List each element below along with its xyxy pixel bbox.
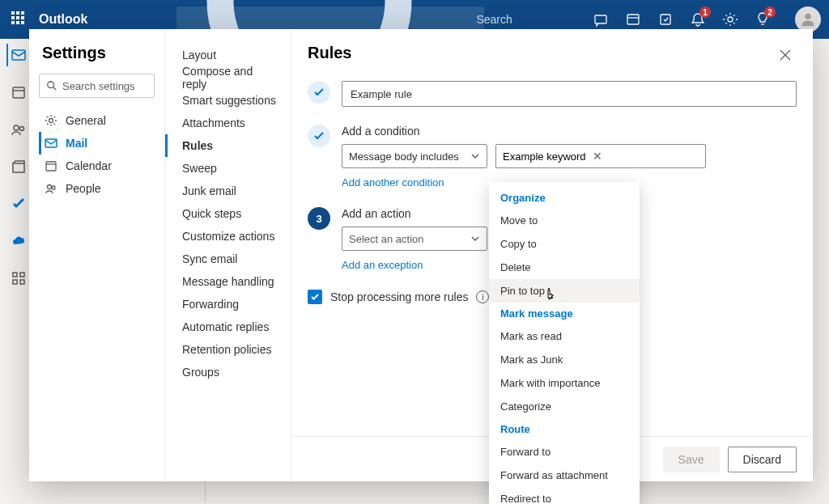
mail-icon [45,137,57,150]
subnav-rules[interactable]: Rules [165,134,291,157]
svg-rect-14 [13,163,24,172]
rail-onedrive-icon[interactable] [6,230,29,252]
svg-line-20 [53,87,57,91]
add-condition-link[interactable]: Add another condition [342,176,444,188]
subnav-autoreply[interactable]: Automatic replies [165,316,291,338]
menu-item-categorize[interactable]: Categorize [489,395,640,418]
discard-button[interactable]: Discard [728,447,797,472]
menu-item-copy-to[interactable]: Copy to [489,232,640,256]
meet-now-icon[interactable] [625,11,641,28]
app-launcher-icon[interactable] [11,11,28,28]
menu-item-move-to[interactable]: Move to [489,209,640,232]
notifications-icon[interactable]: 1 [690,11,706,28]
svg-rect-15 [13,273,17,277]
subnav-customize[interactable]: Customize actions [165,225,291,248]
svg-point-12 [14,125,19,130]
subnav-junk[interactable]: Junk email [165,180,291,202]
svg-rect-2 [595,15,606,23]
calendar-icon [45,159,57,172]
stop-processing-checkbox[interactable] [308,290,322,304]
teams-chat-icon[interactable] [593,11,609,28]
step-done-icon [308,125,330,147]
subnav-sync[interactable]: Sync email [165,248,291,270]
rail-more-apps-icon[interactable] [6,267,29,290]
menu-group-header: Route [489,418,640,440]
menu-item-delete[interactable]: Delete [489,256,640,279]
action-select[interactable]: Select an action [342,227,487,251]
menu-item-mark-importance[interactable]: Mark with importance [489,371,640,395]
check-icon [310,292,320,302]
subnav-groups[interactable]: Groups [165,361,291,383]
condition-value-chip[interactable]: Example keyword ✕ [495,144,706,168]
rail-calendar-icon[interactable] [6,81,29,104]
menu-item-pin-to-top[interactable]: Pin to top [489,279,640,303]
svg-rect-5 [661,15,670,24]
nav-general[interactable]: General [39,109,155,132]
menu-item-mark-read[interactable]: Mark as read [489,324,640,348]
svg-rect-23 [46,162,56,171]
svg-point-19 [48,82,54,88]
global-search-placeholder: Search [476,13,512,26]
tips-icon[interactable]: 2 [755,11,771,28]
chevron-down-icon [470,151,480,161]
add-exception-link[interactable]: Add an exception [342,259,423,271]
subnav-handling[interactable]: Message handling [165,270,291,293]
info-icon[interactable]: i [476,290,489,303]
settings-gear-icon[interactable] [722,11,738,28]
subnav-quicksteps[interactable]: Quick steps [165,202,291,225]
svg-point-13 [20,127,24,131]
chevron-down-icon [470,234,480,244]
rail-people-icon[interactable] [6,118,29,141]
panel-title: Rules [308,44,351,62]
nav-mail[interactable]: Mail [39,132,155,155]
svg-rect-10 [13,87,24,98]
gear-icon [45,114,57,127]
stop-processing-label: Stop processing more rules [330,290,468,303]
settings-search-placeholder: Search settings [62,80,135,92]
step-title: Add a condition [342,125,797,138]
settings-dialog: Settings Search settings General Mail Ca… [29,29,813,481]
close-button[interactable] [774,44,797,66]
subnav-forwarding[interactable]: Forwarding [165,293,291,316]
rule-name-input[interactable] [342,81,797,107]
subnav-compose[interactable]: Compose and reply [165,66,291,89]
nav-calendar[interactable]: Calendar [39,155,155,177]
svg-point-6 [728,17,733,22]
subnav-attachments[interactable]: Attachments [165,112,291,134]
settings-nav: Settings Search settings General Mail Ca… [29,29,165,481]
menu-item-forward-to[interactable]: Forward to [489,440,640,464]
menu-item-redirect-to[interactable]: Redirect to [489,487,640,504]
settings-search[interactable]: Search settings [39,74,155,98]
my-day-icon[interactable] [657,11,674,28]
action-dropdown-menu: Organize Move to Copy to Delete Pin to t… [489,182,640,504]
subnav-layout[interactable]: Layout [165,44,291,66]
save-button[interactable]: Save [663,447,720,472]
svg-rect-18 [20,280,24,284]
svg-point-25 [48,185,52,189]
brand-label: Outlook [39,12,87,27]
remove-chip-icon[interactable]: ✕ [593,150,602,163]
svg-point-8 [805,14,810,19]
step-done-icon [308,81,330,104]
rail-files-icon[interactable] [6,155,29,178]
rule-step-condition: Add a condition Message body includes Ex… [308,125,797,189]
tips-badge: 2 [764,6,776,18]
subnav-sweep[interactable]: Sweep [165,157,291,180]
people-icon [45,182,57,195]
menu-group-header: Organize [489,187,640,209]
svg-rect-3 [627,15,639,24]
rail-mail-icon[interactable] [6,44,29,66]
settings-subnav: Layout Compose and reply Smart suggestio… [165,29,291,481]
svg-rect-22 [45,139,57,147]
svg-rect-9 [12,50,25,60]
menu-item-forward-attachment[interactable]: Forward as attachment [489,464,640,487]
subnav-smart[interactable]: Smart suggestions [165,89,291,112]
condition-type-select[interactable]: Message body includes [342,144,487,168]
menu-item-mark-junk[interactable]: Mark as Junk [489,348,640,371]
rail-todo-icon[interactable] [6,193,29,215]
subnav-retention[interactable]: Retention policies [165,338,291,361]
nav-people[interactable]: People [39,177,155,200]
svg-point-26 [52,186,55,189]
notification-badge: 1 [699,6,711,18]
rule-step-name [308,81,797,107]
